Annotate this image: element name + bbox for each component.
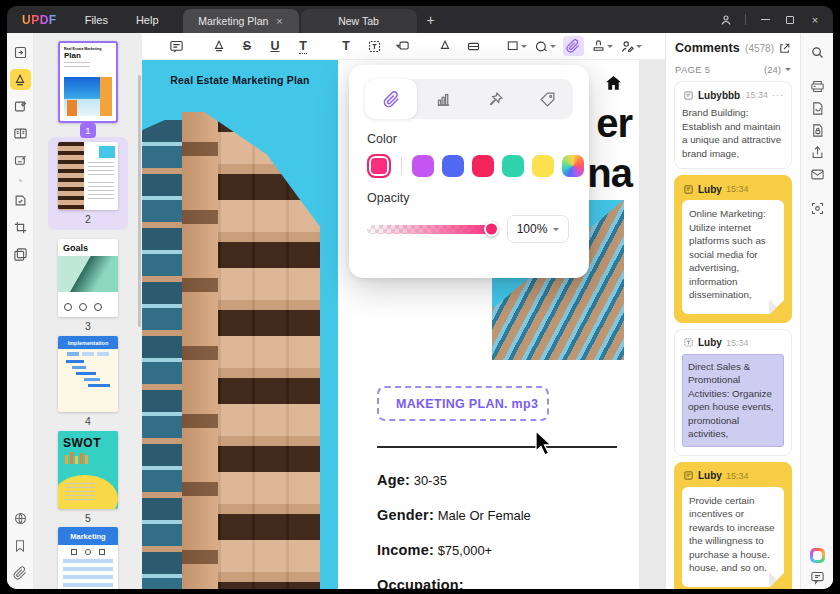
heading-line-2: na bbox=[587, 148, 632, 198]
thumbnail-page-1[interactable]: Real Estate Marketing Plan bbox=[58, 41, 118, 123]
screenshot-icon[interactable] bbox=[806, 198, 828, 218]
shape-rectangle-icon[interactable] bbox=[506, 36, 527, 56]
thumb4-page-number: 4 bbox=[34, 415, 142, 427]
field-income: Income: $75,000+ bbox=[377, 542, 492, 558]
eraser-icon[interactable] bbox=[463, 36, 484, 56]
crop-tool-icon[interactable] bbox=[10, 217, 31, 238]
bar-chart-icon bbox=[435, 91, 452, 108]
swatch-red[interactable] bbox=[472, 155, 494, 177]
text-comment-icon[interactable]: T bbox=[336, 36, 357, 56]
swatch-teal[interactable] bbox=[502, 155, 524, 177]
thumbnail-page-4[interactable]: Implementation bbox=[58, 336, 118, 412]
tab-tag[interactable] bbox=[521, 79, 573, 119]
feedback-chat-icon[interactable] bbox=[806, 567, 828, 587]
maximize-button[interactable] bbox=[784, 14, 796, 26]
attachment-rail-icon[interactable] bbox=[10, 562, 31, 583]
app-window: UPDF Files Help Marketing Plan × New Tab… bbox=[7, 6, 833, 589]
text-box-icon[interactable] bbox=[364, 36, 385, 56]
tab-attachment[interactable] bbox=[365, 79, 417, 119]
thumbnail-page-2[interactable] bbox=[58, 142, 118, 210]
thumb4-title: Implementation bbox=[58, 336, 118, 349]
bookmark-icon[interactable] bbox=[10, 535, 31, 556]
shape-ellipse-icon[interactable] bbox=[534, 36, 556, 56]
thumb1-page-number: 1 bbox=[80, 123, 96, 138]
rail-divider-dot bbox=[19, 179, 22, 182]
new-tab-button[interactable]: + bbox=[427, 12, 435, 28]
minimize-button[interactable] bbox=[759, 14, 771, 26]
opacity-value-dropdown[interactable]: 100% bbox=[507, 215, 569, 243]
tab-close-icon[interactable]: × bbox=[276, 15, 282, 27]
menu-help[interactable]: Help bbox=[136, 14, 159, 26]
sign-tool-icon[interactable] bbox=[10, 190, 31, 211]
comment-card[interactable]: Lubybbb...bbuty 15:34 ··· Brand Building… bbox=[674, 81, 792, 169]
heading-line-1: er bbox=[587, 98, 632, 148]
tab-strip: Marketing Plan × New Tab bbox=[183, 6, 417, 33]
opacity-slider-handle[interactable] bbox=[484, 222, 499, 237]
swatch-selected[interactable] bbox=[367, 154, 391, 178]
text-callout-icon[interactable] bbox=[392, 36, 413, 56]
thumb2-page-number: 2 bbox=[34, 213, 142, 225]
swatch-blue[interactable] bbox=[442, 155, 464, 177]
tab-marketing-plan[interactable]: Marketing Plan × bbox=[183, 9, 299, 33]
underline-icon[interactable]: U bbox=[265, 36, 286, 56]
comment-text: Provide certain incentives or rewards to… bbox=[689, 494, 777, 575]
account-icon[interactable] bbox=[720, 14, 732, 26]
chevron-down-icon bbox=[636, 45, 642, 51]
edit-pdf-icon[interactable] bbox=[10, 96, 31, 117]
tab-new-tab[interactable]: New Tab bbox=[301, 9, 417, 33]
menu-files[interactable]: Files bbox=[85, 14, 108, 26]
pencil-icon[interactable] bbox=[435, 36, 456, 56]
ai-assistant-icon[interactable] bbox=[806, 545, 828, 565]
thumbnail-scrollbar[interactable] bbox=[138, 75, 141, 327]
swatch-purple[interactable] bbox=[412, 155, 434, 177]
comment-card[interactable]: Luby 15:34 Direct Sales & Promotional Ac… bbox=[674, 329, 792, 456]
comment-tool-icon[interactable] bbox=[10, 69, 31, 90]
chevron-down-icon bbox=[607, 45, 613, 51]
open-in-window-icon[interactable] bbox=[778, 42, 791, 55]
tab-pin[interactable] bbox=[469, 79, 521, 119]
annotation-toolbar: S U T T bbox=[142, 33, 665, 60]
convert-document-icon[interactable] bbox=[806, 98, 828, 118]
thumb1-title-small: Real Estate Marketing bbox=[60, 43, 116, 51]
ocr-icon[interactable] bbox=[806, 76, 828, 96]
sticky-note-icon[interactable] bbox=[166, 36, 187, 56]
highlight-icon[interactable] bbox=[209, 36, 230, 56]
attachment-tool-icon[interactable] bbox=[563, 36, 584, 56]
center-column: S U T T bbox=[142, 33, 665, 589]
close-button[interactable]: × bbox=[809, 14, 821, 26]
search-icon[interactable] bbox=[806, 42, 828, 62]
textbox-icon bbox=[682, 337, 694, 349]
tab-chart[interactable] bbox=[417, 79, 469, 119]
strikethrough-icon[interactable]: S bbox=[237, 36, 258, 56]
chevron-down-icon bbox=[550, 45, 556, 51]
audio-attachment[interactable]: MAKETING PLAN. mp3 bbox=[377, 386, 549, 421]
protect-document-icon[interactable] bbox=[806, 120, 828, 140]
comment-author: Luby bbox=[698, 470, 722, 481]
translate-icon[interactable] bbox=[10, 508, 31, 529]
thumbnail-page-6[interactable]: Marketing bbox=[58, 527, 118, 589]
reader-view-icon[interactable] bbox=[10, 123, 31, 144]
thumbnail-page-3[interactable]: Goals bbox=[58, 239, 118, 317]
page-thumbnails-icon[interactable] bbox=[10, 42, 31, 63]
thumb5-title: SWOT bbox=[58, 431, 118, 450]
note-icon bbox=[682, 183, 694, 195]
page-comment-count: (24) bbox=[764, 64, 781, 75]
thumbnail-page-5[interactable]: SWOT bbox=[58, 431, 118, 509]
note-icon bbox=[682, 470, 694, 482]
organize-pages-icon[interactable] bbox=[10, 244, 31, 265]
comment-card-sticky[interactable]: Luby 15:34 Provide certain incentives or… bbox=[674, 462, 792, 589]
stamp-icon[interactable] bbox=[591, 36, 613, 56]
signature-icon[interactable] bbox=[620, 36, 642, 56]
comment-card-sticky[interactable]: Luby 15:34 Online Marketing: Utilize int… bbox=[674, 175, 792, 323]
more-menu-icon[interactable]: ··· bbox=[772, 90, 784, 100]
squiggly-underline-icon[interactable]: T bbox=[293, 36, 314, 56]
swatch-yellow[interactable] bbox=[532, 155, 554, 177]
chevron-down-icon[interactable] bbox=[785, 68, 791, 74]
sticky-fold bbox=[770, 573, 784, 587]
mail-icon[interactable] bbox=[806, 164, 828, 184]
share-icon[interactable] bbox=[806, 142, 828, 162]
swatch-rainbow[interactable] bbox=[562, 155, 584, 177]
form-tool-icon[interactable] bbox=[10, 150, 31, 171]
tab-label: Marketing Plan bbox=[198, 15, 268, 27]
opacity-slider[interactable] bbox=[367, 225, 495, 234]
